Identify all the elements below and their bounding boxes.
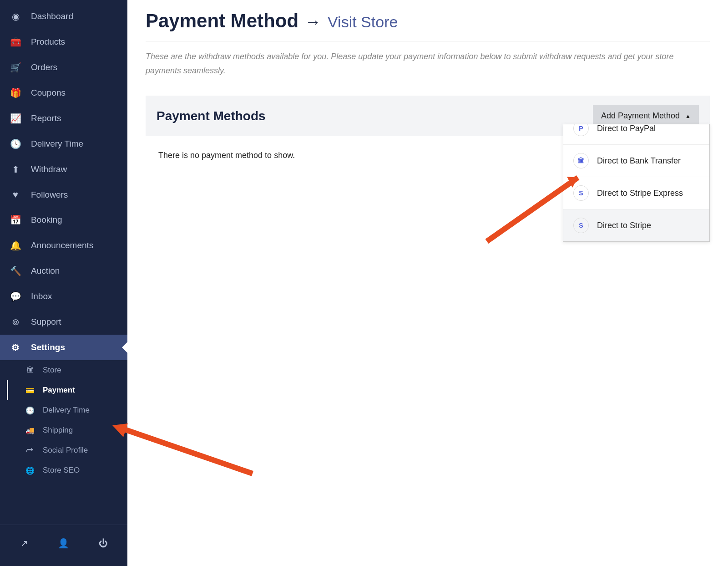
dropdown-option-stripe-express[interactable]: SDirect to Stripe Express xyxy=(563,177,709,209)
sidebar-item-reports[interactable]: 📈Reports xyxy=(0,106,127,131)
cart-icon: 🛒 xyxy=(10,62,21,73)
calendar-icon: 📅 xyxy=(10,214,21,225)
share-icon: ⮫ xyxy=(25,446,35,454)
sidebar-item-products[interactable]: 🧰Products xyxy=(0,29,127,55)
subnav-item-label: Social Profile xyxy=(43,446,88,455)
dropdown-option-paypal[interactable]: PDirect to PayPal xyxy=(563,124,709,144)
sidebar-item-label: Withdraw xyxy=(31,164,67,174)
subnav-item-label: Store SEO xyxy=(43,466,80,475)
dropdown-option-stripe[interactable]: SDirect to Stripe xyxy=(563,209,709,241)
sidebar-item-label: Announcements xyxy=(31,240,93,250)
dropdown-option-label: Direct to Stripe xyxy=(597,221,651,230)
sidebar-item-label: Reports xyxy=(31,113,61,123)
sidebar-item-booking[interactable]: 📅Booking xyxy=(0,207,127,233)
subnav-item-shipping[interactable]: 🚚Shipping xyxy=(8,420,127,440)
sidebar-item-label: Delivery Time xyxy=(31,139,83,149)
sidebar-item-label: Dashboard xyxy=(31,11,73,21)
page-header: Payment Method → Visit Store xyxy=(146,10,710,32)
subnav-item-payment[interactable]: 💳Payment xyxy=(7,380,127,400)
payment-method-dropdown: PDirect to PayPal🏛Direct to Bank Transfe… xyxy=(563,124,710,242)
hammer-icon: 🔨 xyxy=(10,265,21,276)
subnav-item-label: Payment xyxy=(43,386,75,395)
card-icon: 💳 xyxy=(25,386,35,395)
heart-icon: ♥ xyxy=(10,189,21,200)
gear-icon: ⚙ xyxy=(10,342,21,353)
clock-icon: 🕓 xyxy=(25,406,35,415)
visit-store-link[interactable]: Visit Store xyxy=(328,13,398,31)
subnav-item-label: Store xyxy=(43,366,61,375)
sidebar-item-label: Inbox xyxy=(31,291,52,301)
sidebar-item-orders[interactable]: 🛒Orders xyxy=(0,55,127,80)
sidebar-item-support[interactable]: ⊚Support xyxy=(0,309,127,335)
sidebar-item-label: Booking xyxy=(31,215,62,225)
nav: ◉Dashboard🧰Products🛒Orders🎁Coupons📈Repor… xyxy=(0,0,127,525)
chart-icon: 📈 xyxy=(10,113,21,124)
stripe-icon: S xyxy=(573,185,589,201)
subnav-item-label: Delivery Time xyxy=(43,406,90,415)
sidebar-item-delivery-time[interactable]: 🕓Delivery Time xyxy=(0,131,127,157)
sidebar-item-withdraw[interactable]: ⬆Withdraw xyxy=(0,157,127,182)
sidebar-footer: ↗ 👤 ⏻ xyxy=(0,525,127,566)
sidebar-item-auction[interactable]: 🔨Auction xyxy=(0,258,127,284)
sidebar-item-coupons[interactable]: 🎁Coupons xyxy=(0,80,127,106)
arrow-separator: → xyxy=(305,12,321,31)
sidebar-item-settings[interactable]: ⚙Settings xyxy=(0,335,127,360)
dropdown-option-bank[interactable]: 🏛Direct to Bank Transfer xyxy=(563,144,709,177)
subnav-item-delivery-time[interactable]: 🕓Delivery Time xyxy=(8,400,127,420)
sidebar-item-label: Products xyxy=(31,37,65,47)
add-button-label: Add Payment Method xyxy=(601,111,680,121)
dropdown-option-label: Direct to Bank Transfer xyxy=(597,156,681,166)
panel-title: Payment Methods xyxy=(157,109,266,123)
profile-button[interactable]: 👤 xyxy=(55,534,73,552)
dropdown-option-label: Direct to Stripe Express xyxy=(597,189,683,198)
lifering-icon: ⊚ xyxy=(10,316,21,327)
external-icon: ↗ xyxy=(20,538,28,549)
user-icon: 👤 xyxy=(58,538,69,549)
comment-icon: 💬 xyxy=(10,291,21,302)
bank-icon: 🏛 xyxy=(573,153,589,168)
subnav-item-store-seo[interactable]: 🌐Store SEO xyxy=(8,460,127,480)
sidebar-item-label: Orders xyxy=(31,62,57,72)
truck-icon: 🚚 xyxy=(25,426,35,435)
subnav-item-store[interactable]: 🏛Store xyxy=(8,360,127,380)
sidebar-item-label: Coupons xyxy=(31,88,66,98)
subnav-item-social-profile[interactable]: ⮫Social Profile xyxy=(8,440,127,460)
panel-header: Payment Methods Add Payment Method ▲ PDi… xyxy=(146,96,710,136)
upload-icon: ⬆ xyxy=(10,164,21,175)
briefcase-icon: 🧰 xyxy=(10,36,21,47)
sidebar-item-label: Support xyxy=(31,317,61,327)
paypal-icon: P xyxy=(573,124,589,136)
power-icon: ⏻ xyxy=(99,538,108,549)
sidebar-item-label: Settings xyxy=(31,342,65,352)
sidebar: ◉Dashboard🧰Products🛒Orders🎁Coupons📈Repor… xyxy=(0,0,127,566)
dropdown-option-label: Direct to PayPal xyxy=(597,124,656,133)
sidebar-item-label: Auction xyxy=(31,266,60,276)
power-button[interactable]: ⏻ xyxy=(94,534,112,552)
bank-icon: 🏛 xyxy=(25,366,35,374)
globe-icon: 🌐 xyxy=(25,466,35,475)
clock-icon: 🕓 xyxy=(10,138,21,149)
subnav-item-label: Shipping xyxy=(43,426,73,435)
stripe-icon: S xyxy=(573,218,589,233)
subnav: 🏛Store💳Payment🕓Delivery Time🚚Shipping⮫So… xyxy=(0,360,127,480)
sidebar-item-inbox[interactable]: 💬Inbox xyxy=(0,284,127,309)
bell-icon: 🔔 xyxy=(10,240,21,251)
dashboard-icon: ◉ xyxy=(10,11,21,22)
gift-icon: 🎁 xyxy=(10,87,21,98)
sidebar-item-label: Followers xyxy=(31,190,68,200)
sidebar-item-followers[interactable]: ♥Followers xyxy=(0,182,127,207)
divider xyxy=(146,41,710,41)
page-description: These are the withdraw methods available… xyxy=(146,50,710,77)
chevron-up-icon: ▲ xyxy=(685,113,691,119)
page-title: Payment Method xyxy=(146,10,298,32)
sidebar-item-dashboard[interactable]: ◉Dashboard xyxy=(0,4,127,29)
external-link-button[interactable]: ↗ xyxy=(15,534,33,552)
sidebar-item-announcements[interactable]: 🔔Announcements xyxy=(0,233,127,258)
main: Payment Method → Visit Store These are t… xyxy=(127,0,728,566)
